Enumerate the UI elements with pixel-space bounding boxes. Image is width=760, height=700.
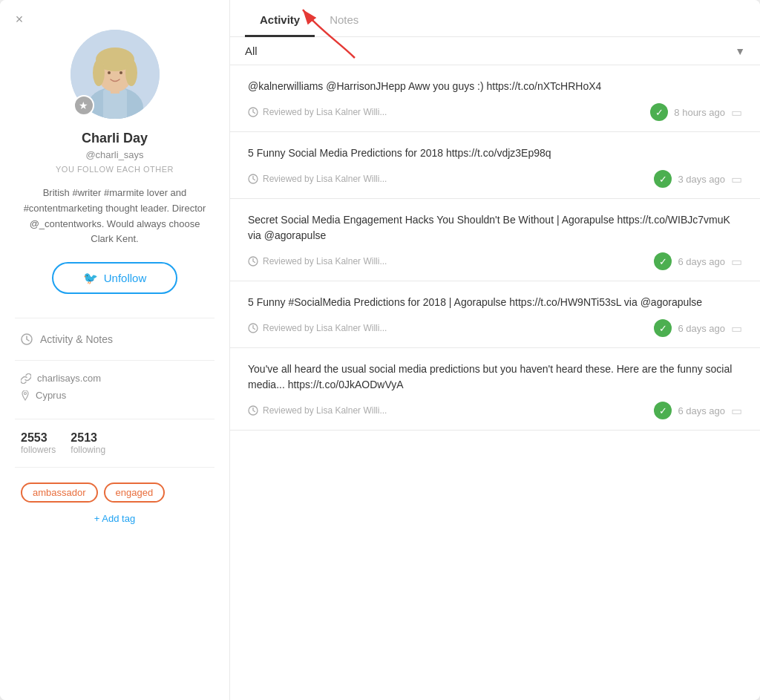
tab-notes[interactable]: Notes: [315, 0, 373, 36]
time-ago: 6 days ago: [678, 405, 725, 416]
right-panel: Activity Notes All Mentions Retweets Lik…: [230, 0, 760, 700]
close-button[interactable]: ×: [10, 10, 28, 28]
time-ago: 6 days ago: [678, 256, 725, 267]
activity-item: 5 Funny Social Media Predictions for 201…: [230, 132, 760, 199]
location-item: Cyprus: [21, 390, 209, 401]
stats-row: 2553 followers 2513 following: [15, 419, 214, 468]
meta-right: ✓ 6 days ago ▭: [654, 402, 742, 419]
svg-point-8: [108, 71, 111, 74]
location-icon: [21, 390, 30, 401]
reviewed-by: Reviewed by Lisa Kalner Willi...: [248, 323, 387, 333]
clock-icon: [248, 323, 258, 333]
svg-point-6: [93, 59, 105, 86]
svg-point-7: [125, 59, 137, 86]
activity-text: Secret Social Media Engagement Hacks You…: [248, 212, 742, 243]
reviewed-by: Reviewed by Lisa Kalner Willi...: [248, 256, 387, 266]
time-ago: 3 days ago: [678, 174, 725, 185]
comment-icon[interactable]: ▭: [731, 255, 742, 269]
links-section: charlisays.com Cyprus: [15, 367, 214, 413]
clock-icon: [248, 107, 258, 117]
reviewed-by: Reviewed by Lisa Kalner Willi...: [248, 107, 387, 117]
meta-right: ✓ 6 days ago ▭: [654, 319, 742, 337]
check-icon: ✓: [654, 170, 672, 188]
activity-meta: Reviewed by Lisa Kalner Willi... ✓ 6 day…: [248, 402, 742, 419]
activity-list: @kalnerwilliams @HarrisonJHepp Aww you g…: [230, 65, 760, 700]
website-text: charlisays.com: [37, 373, 101, 384]
clock-icon: [248, 174, 258, 184]
website-link[interactable]: charlisays.com: [21, 373, 209, 384]
activity-text: 5 Funny #SocialMedia Predictions for 201…: [248, 295, 742, 310]
tab-activity[interactable]: Activity: [245, 0, 315, 36]
activity-item: You've all heard the usual social media …: [230, 348, 760, 431]
tag-engaged[interactable]: engaged: [104, 483, 166, 503]
chevron-down-icon: ▼: [735, 45, 745, 57]
followers-count: 2553: [21, 431, 48, 445]
activity-text: You've all heard the usual social media …: [248, 362, 742, 393]
user-bio: British #writer #marmite lover and #cont…: [15, 186, 214, 247]
activity-notes-label: Activity & Notes: [40, 333, 113, 345]
comment-icon[interactable]: ▭: [731, 404, 742, 418]
check-icon: ✓: [650, 103, 668, 121]
activity-meta: Reviewed by Lisa Kalner Willi... ✓ 6 day…: [248, 319, 742, 337]
activity-meta: Reviewed by Lisa Kalner Willi... ✓ 8 hou…: [248, 103, 742, 121]
user-name: Charli Day: [82, 131, 148, 146]
avatar-wrap: ★: [71, 30, 160, 119]
divider-2: [15, 360, 214, 361]
tags-row: ambassador engaged: [15, 474, 214, 506]
activity-item: 5 Funny #SocialMedia Predictions for 201…: [230, 281, 760, 348]
comment-icon[interactable]: ▭: [731, 172, 742, 186]
tabs-header: Activity Notes: [230, 0, 760, 37]
tag-ambassador[interactable]: ambassador: [21, 483, 98, 503]
activity-meta: Reviewed by Lisa Kalner Willi... ✓ 6 day…: [248, 252, 742, 270]
activity-meta: Reviewed by Lisa Kalner Willi... ✓ 3 day…: [248, 170, 742, 188]
filter-row: All Mentions Retweets Likes ▼: [230, 37, 760, 65]
meta-right: ✓ 6 days ago ▭: [654, 252, 742, 270]
following-label: following: [71, 445, 105, 455]
comment-icon[interactable]: ▭: [731, 105, 742, 120]
followers-label: followers: [21, 445, 56, 455]
twitter-icon: 🐦: [83, 271, 98, 285]
profile-panel: ×: [0, 0, 760, 700]
comment-icon[interactable]: ▭: [731, 321, 742, 336]
followers-stat: 2553 followers: [21, 431, 56, 455]
add-tag-button[interactable]: + Add tag: [15, 513, 214, 524]
link-icon: [21, 373, 31, 384]
user-handle: @charli_says: [85, 149, 143, 160]
following-stat: 2513 following: [71, 431, 105, 455]
star-badge: ★: [73, 95, 94, 116]
follow-status: YOU FOLLOW EACH OTHER: [56, 165, 174, 174]
reviewed-by: Reviewed by Lisa Kalner Willi...: [248, 174, 387, 184]
following-count: 2513: [71, 431, 97, 445]
meta-right: ✓ 8 hours ago ▭: [650, 103, 742, 121]
activity-item: @kalnerwilliams @HarrisonJHepp Aww you g…: [230, 65, 760, 132]
activity-text: 5 Funny Social Media Predictions for 201…: [248, 145, 742, 161]
check-icon: ✓: [654, 402, 672, 419]
svg-point-11: [24, 392, 27, 394]
filter-select[interactable]: All Mentions Retweets Likes: [245, 45, 735, 57]
clock-icon: [248, 405, 258, 416]
activity-notes-icon: [21, 333, 33, 345]
check-icon: ✓: [654, 319, 672, 337]
meta-right: ✓ 3 days ago ▭: [654, 170, 742, 188]
clock-icon: [248, 256, 258, 266]
left-panel: ★ Charli Day @charli_says YOU FOLLOW EAC…: [0, 0, 230, 700]
time-ago: 8 hours ago: [674, 107, 725, 118]
activity-text: @kalnerwilliams @HarrisonJHepp Aww you g…: [248, 79, 742, 94]
unfollow-button[interactable]: 🐦 Unfollow: [52, 262, 178, 294]
check-icon: ✓: [654, 252, 672, 270]
activity-notes-link[interactable]: Activity & Notes: [15, 324, 214, 354]
svg-point-9: [119, 71, 122, 74]
location-text: Cyprus: [36, 390, 66, 401]
divider-1: [15, 318, 214, 318]
reviewed-by: Reviewed by Lisa Kalner Willi...: [248, 405, 387, 416]
activity-item: Secret Social Media Engagement Hacks You…: [230, 199, 760, 281]
time-ago: 6 days ago: [678, 323, 725, 334]
